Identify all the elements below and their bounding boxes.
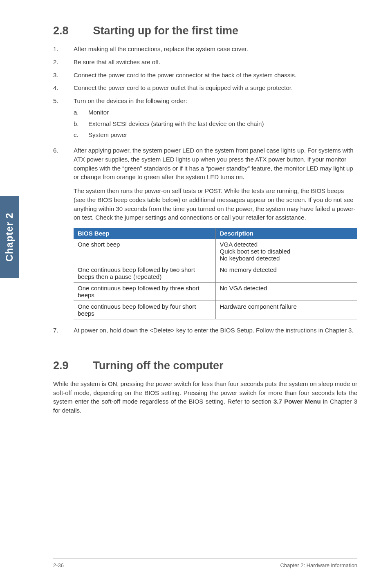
section-2-9-number: 2.9: [53, 359, 90, 372]
table-row: One continuous beep followed by three sh…: [74, 283, 357, 301]
sub-list-item: c.System power: [74, 130, 264, 139]
sub-list: a.Monitor b.External SCSI devices (start…: [74, 108, 264, 139]
page: Chapter 2 2.8 Starting up for the first …: [0, 0, 390, 588]
table-header-beep: BIOS Beep: [74, 228, 215, 239]
list-item: 3.Connect the power cord to the power co…: [53, 71, 357, 80]
section-2-8-heading: 2.8 Starting up for the first time: [53, 25, 357, 37]
bios-beep-table: BIOS Beep Description One short beepVGA …: [74, 228, 357, 319]
list-item: 7.At power on, hold down the <Delete> ke…: [53, 326, 357, 335]
page-number: 2-36: [53, 562, 64, 568]
chapter-side-label: Chapter 2: [4, 213, 15, 262]
list-item: 1.After making all the connections, repl…: [53, 45, 357, 54]
table-row: One continuous beep followed by four sho…: [74, 301, 357, 319]
list-item: 2.Be sure that all switches are off.: [53, 58, 357, 67]
list-item: 5. Turn on the devices in the following …: [53, 97, 357, 142]
section-2-9-heading: 2.9 Turning off the computer: [53, 359, 357, 372]
footer-chapter-title: Chapter 2: Hardware information: [280, 562, 357, 568]
section-2-9-body: While the system is ON, pressing the pow…: [53, 379, 357, 415]
page-footer: 2-36 Chapter 2: Hardware information: [53, 559, 357, 568]
section-2-8-list: 1.After making all the connections, repl…: [53, 45, 357, 182]
chapter-side-tab: Chapter 2: [0, 196, 19, 278]
sub-list-item: b.External SCSI devices (starting with t…: [74, 119, 264, 128]
table-header-row: BIOS Beep Description: [74, 228, 357, 239]
sub-list-item: a.Monitor: [74, 108, 264, 117]
section-2-9-title: Turning off the computer: [93, 359, 224, 372]
table-row: One short beepVGA detected Quick boot se…: [74, 239, 357, 264]
section-2-8-title: Starting up for the first time: [93, 25, 239, 37]
list-item: 6.After applying power, the system power…: [53, 146, 357, 182]
section-2-8-post-para: The system then runs the power-on self t…: [74, 186, 357, 222]
list-item: 4.Connect the power cord to a power outl…: [53, 83, 357, 92]
table-header-desc: Description: [215, 228, 357, 239]
section-2-8-number: 2.8: [53, 25, 90, 37]
section-2-8-list-cont: 7.At power on, hold down the <Delete> ke…: [53, 326, 357, 335]
table-row: One continuous beep followed by two shor…: [74, 264, 357, 283]
